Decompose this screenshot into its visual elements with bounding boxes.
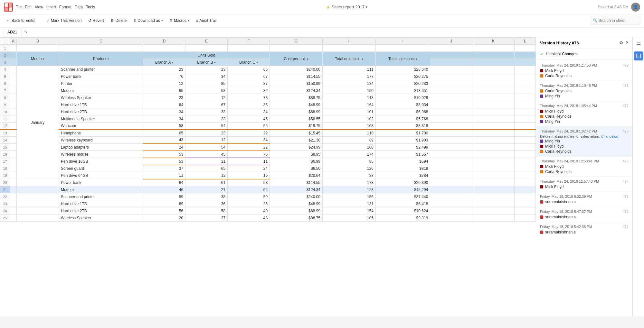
- product-cell[interactable]: Modem: [59, 186, 143, 193]
- cell[interactable]: $21.38: [270, 137, 323, 144]
- cell[interactable]: [10, 200, 17, 207]
- version-entry[interactable]: Thursday, May 24, 2018 1:02:42 PM #76 Be…: [536, 127, 632, 157]
- cell[interactable]: [472, 108, 515, 115]
- cell[interactable]: $114.55: [270, 73, 323, 80]
- cell[interactable]: 154: [323, 207, 376, 214]
- cell[interactable]: 11: [228, 158, 270, 165]
- product-cell[interactable]: Pen drive 16GB: [59, 158, 143, 165]
- cell[interactable]: [10, 214, 17, 222]
- cell[interactable]: $6,418: [375, 200, 430, 207]
- col-header-a[interactable]: A: [10, 38, 17, 45]
- branch-b-header[interactable]: Branch B ▾: [185, 59, 228, 66]
- cell[interactable]: [515, 73, 536, 80]
- cell[interactable]: 53: [228, 179, 270, 186]
- revert-button[interactable]: ↺ Revert: [86, 17, 107, 24]
- col-header-d[interactable]: D: [143, 38, 185, 45]
- cell[interactable]: $68.99: [270, 108, 323, 115]
- menu-file[interactable]: File: [15, 4, 22, 11]
- cell[interactable]: [10, 59, 17, 66]
- cell[interactable]: [430, 172, 472, 179]
- cell[interactable]: 38: [185, 193, 228, 200]
- cell[interactable]: 54: [185, 123, 228, 130]
- product-cell[interactable]: Laptop adapters: [59, 144, 143, 151]
- cell[interactable]: [515, 137, 536, 144]
- cell[interactable]: 56: [228, 186, 270, 193]
- product-cell[interactable]: Power bank: [59, 179, 143, 186]
- cell[interactable]: [10, 73, 17, 80]
- cell[interactable]: 111: [323, 66, 376, 73]
- branch-c-header[interactable]: Branch C ▾: [228, 59, 270, 66]
- cell[interactable]: 131: [323, 200, 376, 207]
- cell[interactable]: $26,640: [375, 66, 430, 73]
- close-icon[interactable]: ✕: [626, 41, 629, 45]
- product-cell[interactable]: Hard drive 2TB: [59, 108, 143, 115]
- cell[interactable]: [472, 172, 515, 179]
- cell[interactable]: [515, 108, 536, 115]
- cell[interactable]: 177: [323, 73, 376, 80]
- cell[interactable]: 101: [323, 108, 376, 115]
- cell[interactable]: $20,233: [375, 80, 430, 87]
- cell[interactable]: [430, 186, 472, 193]
- cell[interactable]: 45: [228, 115, 270, 123]
- cell[interactable]: [472, 214, 515, 222]
- sheet-area[interactable]: A B C D E F G H I J K L 1: [0, 37, 536, 316]
- product-cell[interactable]: Wireless Speaker: [59, 94, 143, 101]
- cell[interactable]: [17, 193, 59, 200]
- col-header-g[interactable]: G: [270, 38, 323, 45]
- cell[interactable]: [515, 87, 536, 94]
- cell[interactable]: [17, 214, 59, 222]
- cell[interactable]: 67: [185, 101, 228, 108]
- cost-per-unit-header[interactable]: Cost per unit ▾: [270, 52, 323, 66]
- product-cell[interactable]: Screen guard: [59, 165, 143, 172]
- cell[interactable]: 21: [185, 158, 228, 165]
- cell[interactable]: [375, 45, 430, 52]
- cell[interactable]: $124.34: [270, 87, 323, 94]
- total-units-sold-header[interactable]: Total units sold ▾: [323, 52, 376, 66]
- cell[interactable]: $594: [375, 158, 430, 165]
- cell[interactable]: 46: [143, 186, 185, 193]
- cell[interactable]: $6.99: [270, 158, 323, 165]
- changelog-link[interactable]: Changelog: [601, 134, 618, 138]
- cell[interactable]: 110: [323, 130, 376, 137]
- cell[interactable]: 37: [185, 214, 228, 222]
- cell[interactable]: [10, 137, 17, 144]
- col-header-i[interactable]: I: [375, 38, 430, 45]
- cell[interactable]: 12: [143, 80, 185, 87]
- product-cell[interactable]: Hard drive 1TB: [59, 101, 143, 108]
- cell[interactable]: [430, 207, 472, 214]
- cell[interactable]: 156: [323, 193, 376, 200]
- cell[interactable]: [430, 52, 472, 59]
- cell[interactable]: [430, 66, 472, 73]
- cell[interactable]: [430, 123, 472, 130]
- cell[interactable]: $240.00: [270, 193, 323, 200]
- avatar[interactable]: 👤: [631, 3, 640, 12]
- cell[interactable]: [515, 144, 536, 151]
- cell[interactable]: 65: [185, 165, 228, 172]
- cell[interactable]: $5,768: [375, 115, 430, 123]
- cell[interactable]: 23: [143, 94, 185, 101]
- cell[interactable]: [515, 52, 536, 59]
- cell[interactable]: [10, 186, 17, 193]
- cell[interactable]: $784: [375, 172, 430, 179]
- cell[interactable]: [515, 130, 536, 137]
- cell[interactable]: $15,294: [375, 186, 430, 193]
- cell[interactable]: [10, 87, 17, 94]
- col-header-l[interactable]: L: [515, 38, 536, 45]
- cell[interactable]: 23: [185, 66, 228, 73]
- cell[interactable]: [472, 137, 515, 144]
- cell[interactable]: [472, 45, 515, 52]
- version-entry[interactable]: Thursday, May 24, 2018 12:57:43 PM #74 M…: [536, 177, 632, 192]
- cell[interactable]: 164: [323, 101, 376, 108]
- cell[interactable]: 34: [185, 73, 228, 80]
- cell[interactable]: 45: [185, 151, 228, 158]
- cell[interactable]: [10, 115, 17, 123]
- cell[interactable]: [515, 193, 536, 200]
- cell[interactable]: [472, 144, 515, 151]
- cell[interactable]: 78: [228, 94, 270, 101]
- cell[interactable]: 24: [143, 144, 185, 151]
- cell[interactable]: $2,499: [375, 144, 430, 151]
- cell[interactable]: 20: [143, 214, 185, 222]
- cell[interactable]: [472, 73, 515, 80]
- cell[interactable]: 64: [143, 179, 185, 186]
- cell[interactable]: 65: [143, 130, 185, 137]
